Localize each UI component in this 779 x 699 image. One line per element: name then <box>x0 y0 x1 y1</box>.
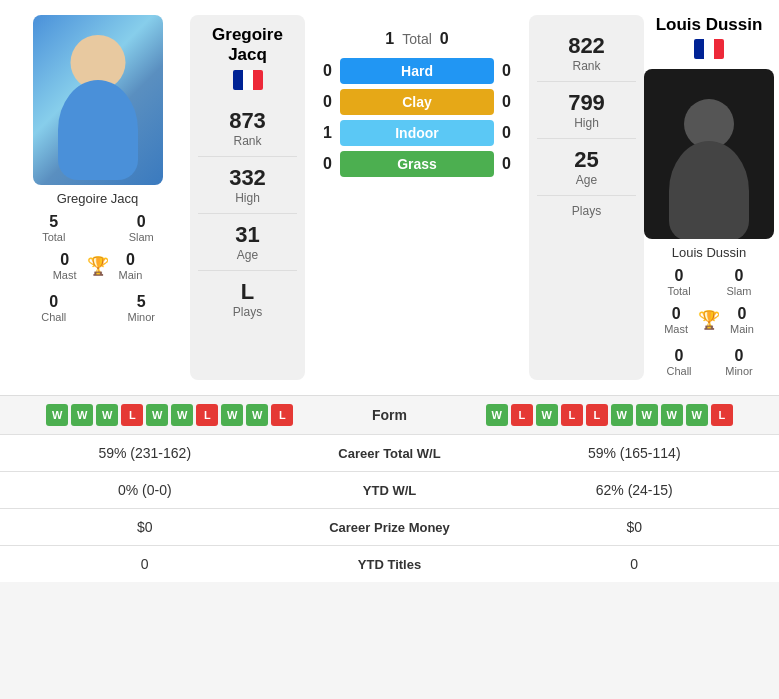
player1-rank-block: 873 Rank <box>198 100 297 157</box>
form-badge-l: L <box>561 404 583 426</box>
player2-chall-label: Chall <box>651 365 707 377</box>
titles-p1: 0 <box>0 556 290 572</box>
form-badge-w: W <box>171 404 193 426</box>
prize-label: Career Prize Money <box>290 520 490 535</box>
player1-total-value: 5 <box>12 213 96 231</box>
player2-total-label: Total <box>651 285 707 297</box>
player2-photo <box>644 69 774 239</box>
player2-stats-grid: 0 Total 0 Slam <box>649 264 769 300</box>
form-section: WWWLWWLWWL Form WLWLLWWWWL <box>0 395 779 434</box>
form-badge-l: L <box>196 404 218 426</box>
form-badge-w: W <box>536 404 558 426</box>
player1-age-value: 31 <box>198 222 297 248</box>
form-badge-w: W <box>686 404 708 426</box>
total-label: Total <box>402 31 432 47</box>
player1-trophy-row: 0 Mast 🏆 0 Main <box>10 248 185 284</box>
total-p1-score: 1 <box>377 30 402 48</box>
surface-rows: 0 Hard 0 0 Clay 0 1 Indoor 0 0 Grass <box>315 53 519 182</box>
player1-minor-cell: 5 Minor <box>98 290 186 326</box>
player2-trophy-icon: 🏆 <box>698 309 720 331</box>
player2-plays-block: Plays <box>537 196 636 236</box>
player2-slam-label: Slam <box>711 285 767 297</box>
player2-age-block: 25 Age <box>537 139 636 196</box>
titles-p2: 0 <box>490 556 780 572</box>
clay-badge: Clay <box>340 89 494 115</box>
player1-minor-label: Minor <box>100 311 184 323</box>
player2-name-header: Louis Dussin <box>656 15 763 35</box>
player1-slam-value: 0 <box>100 213 184 231</box>
form-badge-l: L <box>586 404 608 426</box>
player2-mast-label: Mast <box>664 323 688 335</box>
player1-photo <box>33 15 163 185</box>
player2-minor-label: Minor <box>711 365 767 377</box>
player1-center-stats: Gregoire Jacq 873 Rank 332 High 31 Age <box>190 15 305 380</box>
player1-form-badges: WWWLWWLWWL <box>10 404 330 426</box>
player1-area: Gregoire Jacq 5 Total 0 Slam 0 Mast 🏆 <box>10 15 185 380</box>
player2-name-label: Louis Dussin <box>672 245 746 260</box>
player2-rank-value: 822 <box>537 33 636 59</box>
player2-main-cell: 0 Main <box>728 302 756 338</box>
player2-minor-value: 0 <box>711 347 767 365</box>
player1-age-label: Age <box>198 248 297 262</box>
player2-mast-value: 0 <box>664 305 688 323</box>
player1-rank-label: Rank <box>198 134 297 148</box>
total-row: 1 Total 0 <box>377 30 457 48</box>
form-badge-w: W <box>71 404 93 426</box>
player2-main-label: Main <box>730 323 754 335</box>
player2-flag <box>694 39 724 59</box>
indoor-badge: Indoor <box>340 120 494 146</box>
form-badge-l: L <box>271 404 293 426</box>
player1-chall-cell: 0 Chall <box>10 290 98 326</box>
player2-age-label: Age <box>537 173 636 187</box>
prize-p1: $0 <box>0 519 290 535</box>
player2-total-cell: 0 Total <box>649 264 709 300</box>
career-total-p1: 59% (231-162) <box>0 445 290 461</box>
ytd-wl-row: 0% (0-0) YTD W/L 62% (24-15) <box>0 471 779 508</box>
ytd-wl-p1: 0% (0-0) <box>0 482 290 498</box>
player1-name: Gregoire Jacq <box>198 25 297 66</box>
player1-slam-label: Slam <box>100 231 184 243</box>
grass-p1: 0 <box>315 155 340 173</box>
player2-form-badges: WLWLLWWWWL <box>450 404 770 426</box>
player2-header: Louis Dussin <box>656 15 763 63</box>
player2-plays-label: Plays <box>537 204 636 218</box>
player1-total-label: Total <box>12 231 96 243</box>
player2-chall-cell: 0 Chall <box>649 344 709 380</box>
player1-plays-value: L <box>198 279 297 305</box>
player2-slam-cell: 0 Slam <box>709 264 769 300</box>
player1-main-cell: 0 Main <box>117 248 145 284</box>
career-total-label: Career Total W/L <box>290 446 490 461</box>
player2-area: Louis Dussin Louis Dussin 0 Total 0 Slam <box>649 15 769 380</box>
grass-row: 0 Grass 0 <box>315 151 519 177</box>
player1-high-value: 332 <box>198 165 297 191</box>
titles-label: YTD Titles <box>290 557 490 572</box>
grass-p2: 0 <box>494 155 519 173</box>
form-badge-w: W <box>636 404 658 426</box>
career-total-row: 59% (231-162) Career Total W/L 59% (165-… <box>0 434 779 471</box>
player1-name-label: Gregoire Jacq <box>57 191 139 206</box>
clay-p2: 0 <box>494 93 519 111</box>
player2-minor-cell: 0 Minor <box>709 344 769 380</box>
player1-high-label: High <box>198 191 297 205</box>
player1-bottom-stats: 0 Chall 5 Minor <box>10 290 185 326</box>
form-badge-l: L <box>511 404 533 426</box>
player1-chall-label: Chall <box>12 311 96 323</box>
form-badge-w: W <box>96 404 118 426</box>
player1-flag <box>233 70 263 90</box>
clay-row: 0 Clay 0 <box>315 89 519 115</box>
form-badge-w: W <box>46 404 68 426</box>
player1-plays-block: L Plays <box>198 271 297 327</box>
player2-bottom-stats: 0 Chall 0 Minor <box>649 344 769 380</box>
form-badge-l: L <box>711 404 733 426</box>
player2-chall-value: 0 <box>651 347 707 365</box>
player1-header: Gregoire Jacq <box>198 25 297 94</box>
player1-high-block: 332 High <box>198 157 297 214</box>
career-total-p2: 59% (165-114) <box>490 445 780 461</box>
player2-center-stats: 822 Rank 799 High 25 Age Plays <box>529 15 644 380</box>
player1-mast-value: 0 <box>53 251 77 269</box>
player2-rank-label: Rank <box>537 59 636 73</box>
hard-p2: 0 <box>494 62 519 80</box>
player1-mast-cell: 0 Mast <box>51 248 79 284</box>
player2-age-value: 25 <box>537 147 636 173</box>
player1-trophy-icon: 🏆 <box>87 255 109 277</box>
